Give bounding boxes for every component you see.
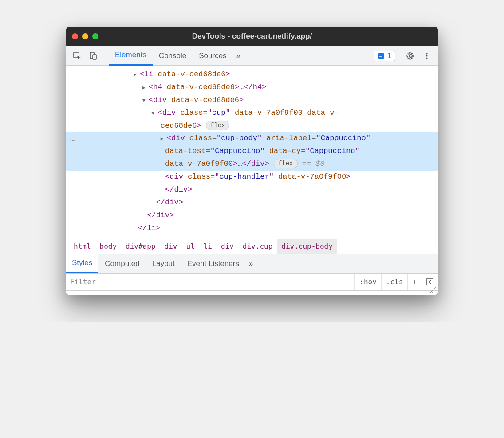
styles-filter-row: :hov .cls + — [66, 273, 438, 291]
resize-corner-icon — [429, 286, 436, 293]
more-tabs-button[interactable]: » — [245, 254, 256, 273]
svg-rect-2 — [93, 55, 96, 59]
tree-row[interactable]: ▼<li data-v-ced68de6> — [66, 68, 438, 81]
dollar-zero-ref: == $0 — [298, 160, 325, 168]
tab-styles[interactable]: Styles — [66, 254, 98, 273]
crumb[interactable]: html — [69, 242, 95, 250]
expand-arrow-icon[interactable]: ▶ — [161, 135, 167, 143]
fullscreen-window-button[interactable] — [92, 33, 98, 39]
expand-arrow-icon[interactable]: ▼ — [134, 71, 140, 79]
svg-point-4 — [426, 53, 427, 54]
tab-layout[interactable]: Layout — [146, 254, 181, 273]
hov-toggle[interactable]: :hov — [354, 274, 381, 290]
tab-elements[interactable]: Elements — [109, 46, 153, 66]
styles-filter-input[interactable] — [66, 274, 354, 290]
tree-row[interactable]: ▼<div class="cup" data-v-7a0f9f00 data-v… — [66, 107, 438, 133]
expand-arrow-icon[interactable]: ▼ — [142, 97, 149, 105]
tree-row[interactable]: ▼<div data-v-ced68de6> — [66, 94, 438, 107]
crumb[interactable]: ul — [181, 242, 199, 250]
crumb[interactable]: div#app — [121, 242, 160, 250]
crumb[interactable]: div — [160, 242, 182, 250]
tab-event-listeners[interactable]: Event Listeners — [181, 254, 245, 273]
tab-sources[interactable]: Sources — [193, 46, 232, 66]
svg-point-6 — [426, 57, 427, 59]
tree-row-selected[interactable]: ▶<div class="cup-body" aria-label="Cappu… — [66, 132, 438, 171]
close-window-button[interactable] — [72, 33, 78, 39]
expand-arrow-icon[interactable]: ▼ — [151, 110, 158, 118]
issues-icon — [378, 52, 385, 59]
svg-rect-7 — [427, 279, 433, 285]
tree-row[interactable]: </div> — [66, 196, 438, 209]
new-style-rule-button[interactable]: + — [407, 274, 421, 290]
svg-rect-3 — [378, 53, 384, 59]
inspect-element-icon[interactable] — [70, 49, 84, 63]
dom-tree[interactable]: ▼<li data-v-ced68de6> ▶<h4 data-v-ced68d… — [66, 66, 438, 239]
expand-arrow-icon[interactable]: ▶ — [142, 84, 149, 92]
more-tabs-button[interactable]: » — [233, 46, 244, 66]
tree-row[interactable]: <div class="cup-handler" data-v-7a0f9f00… — [66, 171, 438, 196]
flex-badge[interactable]: flex — [274, 159, 298, 168]
device-toolbar-icon[interactable] — [86, 49, 100, 63]
tab-computed[interactable]: Computed — [98, 254, 146, 273]
bottom-gap — [66, 291, 438, 295]
tab-console[interactable]: Console — [153, 46, 193, 66]
svg-point-5 — [426, 55, 427, 56]
toolbar-separator — [399, 51, 399, 61]
main-toolbar: Elements Console Sources » 1 — [66, 46, 438, 66]
crumb[interactable]: body — [95, 242, 122, 250]
tree-row[interactable]: </li> — [66, 222, 438, 235]
issues-badge[interactable]: 1 — [374, 51, 395, 61]
tree-row[interactable]: </div> — [66, 209, 438, 222]
cls-toggle[interactable]: .cls — [381, 274, 408, 290]
more-options-icon[interactable] — [420, 49, 434, 63]
crumb-active[interactable]: div.cup-body — [277, 239, 337, 254]
crumb[interactable]: li — [199, 242, 217, 250]
settings-icon[interactable] — [404, 49, 418, 63]
flex-badge[interactable]: flex — [206, 121, 230, 130]
tree-row[interactable]: ▶<h4 data-v-ced68de6>…</h4> — [66, 81, 438, 94]
titlebar: DevTools - coffee-cart.netlify.app/ — [66, 27, 438, 46]
minimize-window-button[interactable] — [82, 33, 88, 39]
devtools-window: DevTools - coffee-cart.netlify.app/ Elem… — [66, 27, 438, 295]
crumb[interactable]: div.cup — [238, 242, 277, 250]
window-title: DevTools - coffee-cart.netlify.app/ — [66, 32, 438, 41]
toolbar-separator — [105, 51, 105, 61]
styles-tabs: Styles Computed Layout Event Listeners » — [66, 254, 438, 273]
breadcrumbs: html body div#app div ul li div div.cup … — [66, 239, 438, 254]
issues-count: 1 — [387, 52, 391, 60]
crumb[interactable]: div — [217, 242, 238, 250]
